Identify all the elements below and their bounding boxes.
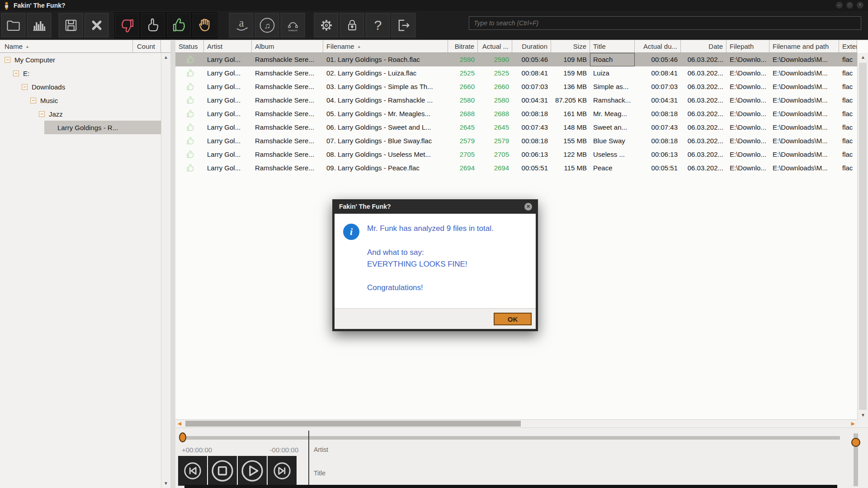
toolbar: a ♫ beatport: [0, 11, 868, 40]
vote-finger-button[interactable]: [141, 13, 165, 37]
dialog-close-icon[interactable]: ×: [524, 203, 532, 211]
previous-track-button[interactable]: [178, 456, 207, 486]
extension-cell: flac: [839, 66, 857, 80]
vote-thumbs-up-button[interactable]: [167, 13, 191, 37]
exit-button[interactable]: [392, 13, 415, 37]
extension-cell: flac: [839, 94, 857, 107]
close-button[interactable]: ×: [857, 2, 863, 9]
ok-button[interactable]: OK: [494, 313, 532, 325]
column-header-filename-and-path[interactable]: Filename and path: [769, 40, 839, 52]
tree-item[interactable]: − Music 9: [0, 94, 170, 107]
column-header-actual-bitrate[interactable]: Actual ...: [478, 40, 512, 52]
table-row[interactable]: Larry Gol... Ramshackle Sere... 06. Larr…: [175, 121, 857, 134]
table-horizontal-scrollbar[interactable]: ◀ ▶: [175, 419, 857, 427]
collapse-toggle[interactable]: −: [39, 111, 45, 117]
scroll-up-icon[interactable]: ▲: [859, 53, 868, 62]
search-input[interactable]: [469, 16, 861, 30]
panel-splitter[interactable]: [170, 40, 175, 488]
duration-cell: 00:05:46: [512, 53, 551, 66]
collapse-toggle[interactable]: −: [5, 57, 10, 63]
maximize-button[interactable]: □: [846, 2, 853, 9]
horizontal-scroll-thumb[interactable]: [185, 421, 521, 427]
column-header-album[interactable]: Album: [252, 40, 323, 52]
vote-hand-stop-button[interactable]: [193, 13, 217, 37]
column-header-duration[interactable]: Duration: [512, 40, 551, 52]
stop-button[interactable]: [208, 456, 237, 486]
minimize-button[interactable]: –: [836, 2, 843, 9]
tree-body: − My Computer 9 − E: 9 − Downloads 9: [0, 53, 170, 134]
exit-icon: [396, 17, 412, 33]
column-header-title[interactable]: Title: [590, 40, 635, 52]
thumbs-up-status-icon: [186, 164, 195, 173]
dialog-message: Mr. Funk has analyzed 9 files in total. …: [367, 223, 530, 294]
volume-slider-handle[interactable]: [851, 438, 860, 447]
itunes-icon: ♫: [259, 17, 276, 34]
actual-bitrate-cell: 2705: [478, 148, 512, 161]
filepath-cell: E:\Downlo...: [726, 148, 769, 161]
tree-item[interactable]: − Jazz 9: [0, 107, 170, 121]
filename-cell: 03. Larry Goldings - Simple as Th...: [323, 80, 448, 94]
column-header-filename[interactable]: Filename▲: [323, 40, 448, 52]
table-vertical-scrollbar[interactable]: ▲ ▼: [857, 53, 868, 420]
seek-slider[interactable]: [181, 436, 840, 440]
open-folder-button[interactable]: [1, 13, 25, 37]
actual-bitrate-cell: 2645: [478, 121, 512, 134]
folder-tree-panel: Name▲ Count − My Computer 9 − E: 9: [0, 40, 170, 488]
column-header-size[interactable]: Size: [551, 40, 590, 52]
clear-list-button[interactable]: [85, 13, 108, 37]
table-row[interactable]: Larry Gol... Ramshackle Sere... 03. Larr…: [175, 80, 857, 94]
status-cell: [175, 134, 204, 148]
scroll-up-icon[interactable]: ▲: [161, 53, 170, 62]
scroll-down-icon[interactable]: ▼: [161, 479, 170, 488]
spectrum-analysis-button[interactable]: [27, 13, 51, 37]
vote-thumbs-down-button[interactable]: [115, 13, 139, 37]
help-button[interactable]: ?: [366, 13, 390, 37]
tree-item[interactable]: − My Computer 9: [0, 53, 170, 66]
artist-cell: Larry Gol...: [204, 66, 252, 80]
amazon-button[interactable]: a: [229, 13, 253, 37]
filepath-cell: E:\Downlo...: [726, 80, 769, 94]
thumbs-up-icon: [171, 17, 187, 33]
tree-item[interactable]: − Downloads 9: [0, 80, 170, 94]
column-header-bitrate[interactable]: Bitrate: [448, 40, 478, 52]
column-header-artist[interactable]: Artist: [204, 40, 252, 52]
scroll-down-icon[interactable]: ▼: [859, 411, 868, 420]
play-button[interactable]: [238, 456, 267, 486]
tree-item[interactable]: Larry Goldings - R... 9: [0, 121, 170, 134]
scroll-left-icon[interactable]: ◀: [175, 420, 184, 427]
column-header-extension[interactable]: Extension: [839, 40, 857, 52]
settings-button[interactable]: [314, 13, 338, 37]
table-row[interactable]: Larry Gol... Ramshackle Sere... 04. Larr…: [175, 94, 857, 107]
itunes-button[interactable]: ♫: [255, 13, 279, 37]
save-button[interactable]: [59, 13, 83, 37]
table-row[interactable]: Larry Gol... Ramshackle Sere... 01. Larr…: [175, 53, 857, 66]
actual-bitrate-cell: 2525: [478, 66, 512, 80]
column-header-actual-duration[interactable]: Actual du...: [635, 40, 681, 52]
lock-button[interactable]: [340, 13, 364, 37]
tree-column-name[interactable]: Name▲: [0, 40, 133, 52]
table-row[interactable]: Larry Gol... Ramshackle Sere... 09. Larr…: [175, 161, 857, 175]
table-row[interactable]: Larry Gol... Ramshackle Sere... 05. Larr…: [175, 107, 857, 121]
filename-and-path-cell: E:\Downloads\M...: [769, 66, 839, 80]
column-header-filepath[interactable]: Filepath: [726, 40, 769, 52]
filename-and-path-cell: E:\Downloads\M...: [769, 121, 839, 134]
table-row[interactable]: Larry Gol... Ramshackle Sere... 07. Larr…: [175, 134, 857, 148]
collapse-toggle[interactable]: −: [13, 70, 19, 76]
next-track-button[interactable]: [268, 456, 297, 486]
tree-scrollbar[interactable]: ▲ ▼: [161, 53, 170, 488]
tree-column-count[interactable]: Count: [133, 40, 161, 52]
scroll-right-icon[interactable]: ▶: [849, 420, 857, 427]
collapse-toggle[interactable]: −: [22, 84, 28, 90]
collapse-toggle[interactable]: −: [30, 98, 36, 103]
vertical-scroll-thumb[interactable]: [859, 63, 867, 410]
seek-slider-handle[interactable]: [179, 432, 186, 442]
tree-item[interactable]: − E: 9: [0, 66, 170, 80]
column-header-status[interactable]: Status: [175, 40, 204, 52]
beatport-button[interactable]: beatport: [281, 13, 305, 37]
hand-stop-icon: [197, 17, 213, 33]
filename-cell: 07. Larry Goldings - Blue Sway.flac: [323, 134, 448, 148]
table-row[interactable]: Larry Gol... Ramshackle Sere... 08. Larr…: [175, 148, 857, 161]
table-row[interactable]: Larry Gol... Ramshackle Sere... 02. Larr…: [175, 66, 857, 80]
info-icon: i: [343, 224, 359, 240]
column-header-date[interactable]: Date: [681, 40, 726, 52]
